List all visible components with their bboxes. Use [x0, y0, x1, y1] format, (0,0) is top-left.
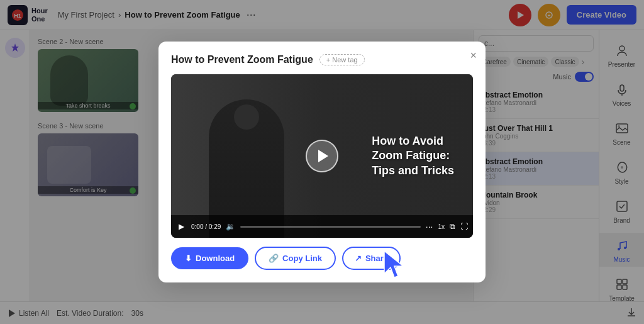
copy-link-label: Copy Link — [282, 254, 322, 263]
video-container: How to AvoidZoom Fatigue:Tips and Tricks… — [171, 74, 473, 238]
svg-marker-19 — [384, 251, 403, 277]
video-text-overlay: How to AvoidZoom Fatigue:Tips and Tricks — [372, 134, 454, 178]
download-label: Download — [196, 254, 235, 263]
progress-bar[interactable] — [240, 226, 421, 228]
ctrl-speed[interactable]: 1x — [438, 223, 445, 230]
play-triangle-icon — [318, 150, 328, 162]
share-button-wrapper: ↗ Share — [342, 247, 401, 270]
new-tag-button[interactable]: + New tag — [319, 54, 365, 65]
modal: × How to Prevent Zoom Fatigue + New tag … — [158, 42, 486, 282]
time-display: 0:00 / 0:29 — [191, 223, 221, 230]
presenter-head — [234, 104, 259, 130]
play-button-video[interactable] — [306, 140, 338, 172]
modal-title-row: How to Prevent Zoom Fatigue + New tag — [171, 54, 473, 65]
download-button[interactable]: ⬇ Download — [171, 247, 248, 269]
copy-link-button[interactable]: 🔗 Copy Link — [255, 247, 336, 270]
ctrl-fullscreen-icon[interactable]: ⛶ — [460, 222, 468, 231]
modal-close-button[interactable]: × — [470, 49, 477, 62]
copy-link-icon: 🔗 — [269, 254, 279, 263]
presenter-area — [171, 74, 322, 238]
modal-actions: ⬇ Download 🔗 Copy Link ↗ Share — [171, 247, 473, 270]
volume-icon[interactable]: 🔉 — [226, 222, 235, 231]
cursor-pointer — [382, 250, 407, 280]
modal-overlay[interactable]: × How to Prevent Zoom Fatigue + New tag … — [0, 0, 644, 324]
ctrl-more-icon[interactable]: ··· — [426, 221, 433, 232]
download-icon: ⬇ — [185, 254, 192, 263]
share-icon: ↗ — [355, 254, 362, 263]
video-controls: ▶ 0:00 / 0:29 🔉 ··· 1x ⧉ ⛶ — [171, 215, 473, 238]
modal-title: How to Prevent Zoom Fatigue — [171, 54, 313, 65]
ctrl-play-button[interactable]: ▶ — [176, 221, 186, 232]
ctrl-pip-icon[interactable]: ⧉ — [450, 222, 455, 231]
